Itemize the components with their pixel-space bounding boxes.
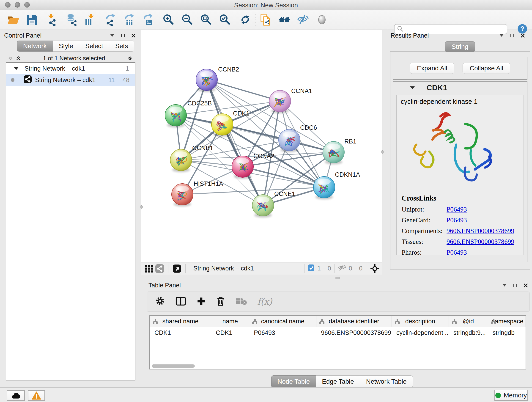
expand-collapse-bar: Expand All Collapse All	[393, 57, 527, 80]
tab-style[interactable]: Style	[53, 41, 79, 51]
network-label: String Network – cdk1	[35, 77, 95, 84]
zoom-fit-icon[interactable]	[200, 13, 212, 26]
column-header-shared-name[interactable]: shared name	[150, 316, 211, 327]
column-header-namespace[interactable]: namespace	[488, 316, 526, 327]
close-results-icon[interactable]	[520, 33, 525, 38]
warning-icon	[32, 391, 41, 400]
network-row-selected[interactable]: String Network – cdk1 11 48	[6, 74, 135, 86]
collapse-table-icon[interactable]	[502, 283, 507, 287]
import-table-icon[interactable]	[84, 13, 96, 26]
node-CCNA2[interactable]	[232, 156, 253, 179]
node-label-CDC25B: CDC25B	[187, 100, 212, 107]
selected-checkbox-icon[interactable]	[308, 264, 315, 273]
protein-expand-caret[interactable]	[410, 86, 415, 89]
table-cell[interactable]: P06493	[249, 329, 317, 337]
memory-button[interactable]: Memory	[494, 390, 528, 401]
crosslink-link[interactable]: P06493	[447, 206, 467, 213]
save-session-icon[interactable]	[26, 13, 38, 26]
node-CCNE1[interactable]	[252, 195, 274, 217]
expand-all-button[interactable]: Expand All	[410, 63, 454, 74]
node-CDC25B[interactable]	[165, 104, 186, 128]
table-cell[interactable]: CDK1	[150, 329, 211, 337]
export-image-icon[interactable]	[142, 13, 154, 26]
node-CDK1[interactable]	[211, 114, 233, 137]
table-cell[interactable]: cyclin-dependent ...	[392, 329, 449, 337]
tab-network[interactable]: Network	[17, 41, 53, 51]
tab-sets[interactable]: Sets	[109, 41, 134, 51]
show-all-icon[interactable]	[316, 13, 328, 26]
cloud-status-button[interactable]	[7, 390, 25, 401]
tab-select[interactable]: Select	[79, 41, 109, 51]
crosslink-link[interactable]: 9606.ENSP00000378699	[447, 238, 514, 245]
close-panel-icon[interactable]	[131, 33, 136, 38]
birds-eye-view-icon[interactable]	[172, 262, 182, 275]
import-database-icon[interactable]	[65, 13, 78, 26]
column-header-name[interactable]: name	[211, 316, 249, 327]
first-neighbors-icon[interactable]	[259, 13, 272, 26]
node-CCNB1[interactable]	[170, 149, 192, 172]
network-options-gear-icon[interactable]	[127, 56, 132, 60]
node-RB1[interactable]	[323, 141, 344, 164]
collapse-results-icon[interactable]	[499, 33, 504, 38]
string-network-icon	[24, 75, 32, 85]
warning-status-button[interactable]	[28, 390, 45, 401]
float-results-icon[interactable]	[510, 33, 514, 38]
crosslink-link[interactable]: P06493	[447, 216, 467, 224]
zoom-in-icon[interactable]	[162, 13, 175, 26]
collapse-panel-icon[interactable]	[110, 33, 114, 38]
crosslink-link[interactable]: P06493	[447, 249, 467, 255]
table-settings-gear-icon[interactable]	[155, 296, 165, 307]
collection-expand-caret[interactable]	[14, 67, 19, 70]
column-header-@id[interactable]: @id	[449, 316, 488, 327]
table-cell[interactable]: stringdb	[488, 329, 526, 337]
edge-CCNB2-CCNA1[interactable]	[207, 80, 280, 101]
right-splitter-handle[interactable]	[381, 150, 384, 153]
protein-header-row[interactable]: CDK1	[393, 82, 527, 94]
home-icon[interactable]	[278, 13, 291, 26]
network-collection-row[interactable]: String Network – cdk1 1	[6, 63, 135, 74]
zoom-out-icon[interactable]	[181, 13, 194, 26]
float-table-icon[interactable]	[513, 283, 517, 287]
add-column-plus-icon[interactable]	[196, 296, 206, 307]
collapse-all-button[interactable]: Collapse All	[462, 63, 510, 74]
node-table: shared namenamecanonical namedatabase id…	[149, 315, 526, 370]
table-cell[interactable]: CDK1	[211, 329, 249, 337]
fit-content-crosshair-icon[interactable]	[369, 262, 380, 275]
table-row[interactable]: CDK1CDK1P064939606.ENSP00000378699cyclin…	[150, 327, 526, 338]
node-CCNB2[interactable]	[196, 69, 217, 92]
tab-node-table[interactable]: Node Table	[271, 375, 316, 388]
table-cell[interactable]: 9606.ENSP00000378699	[317, 329, 392, 337]
refresh-icon[interactable]	[239, 13, 252, 26]
tab-network-table[interactable]: Network Table	[360, 375, 413, 388]
toolbar-group	[104, 13, 154, 26]
zoom-selected-icon[interactable]	[218, 13, 231, 26]
close-table-icon[interactable]	[523, 283, 528, 287]
crosslink-link[interactable]: 9606.ENSP00000378699	[447, 227, 514, 235]
node-CDKN1A[interactable]	[313, 177, 335, 199]
expand-all-networks-icon[interactable]	[16, 56, 21, 60]
delete-column-trash-icon[interactable]	[216, 296, 225, 307]
import-network-icon[interactable]	[46, 13, 59, 26]
node-HIST1H1A[interactable]	[172, 184, 193, 206]
column-header-description[interactable]: description	[392, 316, 449, 327]
column-header-canonical-name[interactable]: canonical name	[249, 316, 317, 327]
table-cell[interactable]: stringdb:9...	[449, 329, 488, 337]
grid-view-icon[interactable]	[144, 262, 154, 275]
select-columns-icon[interactable]	[175, 296, 186, 307]
left-splitter-handle[interactable]	[140, 205, 143, 209]
tab-edge-table[interactable]: Edge Table	[316, 375, 360, 388]
open-session-icon[interactable]	[7, 13, 20, 26]
export-network-icon[interactable]	[104, 13, 117, 26]
share-view-icon[interactable]	[154, 262, 165, 275]
tab-string[interactable]: String	[445, 41, 475, 52]
float-panel-icon[interactable]	[120, 33, 125, 38]
node-CDC6[interactable]	[279, 129, 300, 152]
collapse-all-networks-icon[interactable]	[8, 56, 13, 60]
hidden-eye-icon[interactable]	[338, 264, 346, 273]
node-CCNA1[interactable]	[269, 90, 291, 113]
hide-selected-icon[interactable]	[297, 13, 310, 26]
column-header-database-identifier[interactable]: database identifier	[317, 316, 392, 327]
table-horizontal-scrollbar[interactable]	[152, 364, 195, 368]
export-table-icon[interactable]	[123, 13, 136, 26]
network-canvas[interactable]: CCNB2CCNA1CDC25BCDK1CDC6RB1CCNB1CCNA2CDK…	[141, 30, 382, 262]
